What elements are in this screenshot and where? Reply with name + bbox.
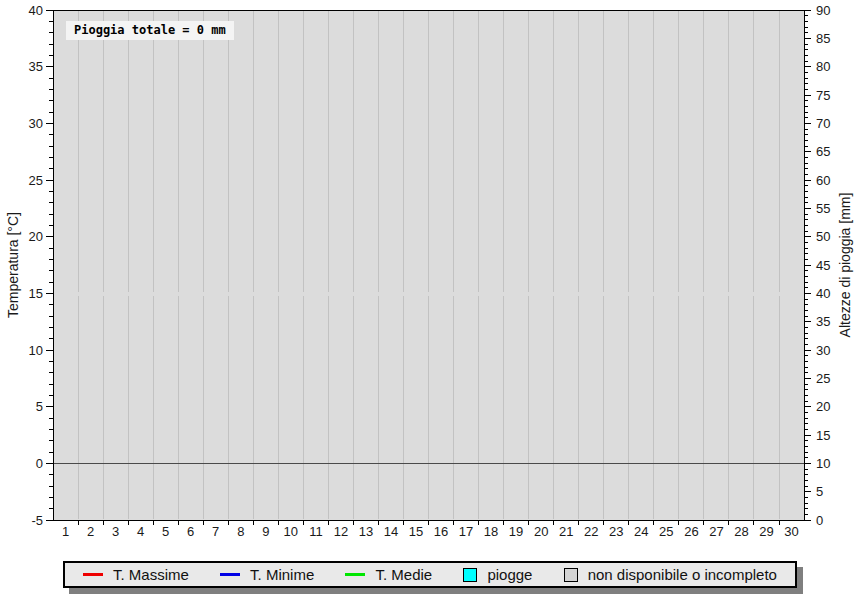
svg-text:8: 8 bbox=[237, 524, 244, 539]
non-disponibile-square-swatch bbox=[564, 568, 578, 582]
legend-label-t-medie: T. Medie bbox=[375, 566, 432, 583]
svg-text:30: 30 bbox=[816, 343, 830, 358]
svg-text:0: 0 bbox=[36, 456, 43, 471]
svg-text:0: 0 bbox=[816, 513, 823, 528]
svg-text:50: 50 bbox=[816, 229, 830, 244]
legend-label-t-massime: T. Massime bbox=[113, 566, 189, 583]
svg-text:20: 20 bbox=[29, 229, 43, 244]
svg-text:17: 17 bbox=[459, 524, 473, 539]
svg-text:80: 80 bbox=[816, 59, 830, 74]
right-axis-title: Altezze di pioggia [mm] bbox=[836, 10, 854, 520]
svg-text:13: 13 bbox=[359, 524, 373, 539]
svg-text:20: 20 bbox=[534, 524, 548, 539]
svg-text:4: 4 bbox=[137, 524, 144, 539]
svg-text:75: 75 bbox=[816, 88, 830, 103]
legend-item-t-massime: T. Massime bbox=[83, 566, 189, 583]
svg-text:55: 55 bbox=[816, 201, 830, 216]
svg-text:27: 27 bbox=[709, 524, 723, 539]
t-medie-line-swatch bbox=[345, 573, 365, 576]
svg-text:85: 85 bbox=[816, 31, 830, 46]
svg-text:11: 11 bbox=[309, 524, 323, 539]
svg-text:65: 65 bbox=[816, 144, 830, 159]
svg-text:14: 14 bbox=[384, 524, 398, 539]
svg-text:22: 22 bbox=[584, 524, 598, 539]
svg-text:3: 3 bbox=[112, 524, 119, 539]
svg-text:15: 15 bbox=[29, 286, 43, 301]
piogge-square-swatch bbox=[463, 568, 477, 582]
svg-text:18: 18 bbox=[484, 524, 498, 539]
svg-text:29: 29 bbox=[759, 524, 773, 539]
plot-area: -505101520253035400510152025303540455055… bbox=[0, 0, 865, 548]
svg-text:10: 10 bbox=[29, 343, 43, 358]
svg-text:16: 16 bbox=[434, 524, 448, 539]
svg-text:5: 5 bbox=[162, 524, 169, 539]
svg-text:2: 2 bbox=[87, 524, 94, 539]
svg-text:6: 6 bbox=[187, 524, 194, 539]
svg-text:19: 19 bbox=[509, 524, 523, 539]
legend-item-piogge: piogge bbox=[463, 566, 532, 583]
svg-text:25: 25 bbox=[816, 371, 830, 386]
svg-text:25: 25 bbox=[659, 524, 673, 539]
legend: T. Massime T. Minime T. Medie piogge non… bbox=[63, 561, 797, 588]
svg-text:26: 26 bbox=[684, 524, 698, 539]
left-axis-title: Temperatura [°C] bbox=[4, 10, 22, 520]
svg-text:40: 40 bbox=[29, 3, 43, 18]
svg-text:21: 21 bbox=[559, 524, 573, 539]
svg-text:10: 10 bbox=[816, 456, 830, 471]
svg-text:45: 45 bbox=[816, 258, 830, 273]
svg-text:35: 35 bbox=[816, 314, 830, 329]
svg-text:90: 90 bbox=[816, 3, 830, 18]
svg-text:25: 25 bbox=[29, 173, 43, 188]
rain-total-annotation: Pioggia totale = 0 mm bbox=[66, 21, 234, 40]
legend-label-non-disponibile: non disponibile o incompleto bbox=[588, 566, 777, 583]
svg-text:7: 7 bbox=[212, 524, 219, 539]
svg-text:15: 15 bbox=[409, 524, 423, 539]
svg-text:60: 60 bbox=[816, 173, 830, 188]
svg-text:30: 30 bbox=[784, 524, 798, 539]
svg-text:40: 40 bbox=[816, 286, 830, 301]
svg-text:-5: -5 bbox=[31, 513, 43, 528]
legend-label-t-minime: T. Minime bbox=[250, 566, 314, 583]
svg-text:20: 20 bbox=[816, 399, 830, 414]
svg-text:5: 5 bbox=[816, 484, 823, 499]
svg-text:24: 24 bbox=[634, 524, 648, 539]
svg-text:35: 35 bbox=[29, 59, 43, 74]
svg-text:28: 28 bbox=[734, 524, 748, 539]
svg-text:10: 10 bbox=[284, 524, 298, 539]
svg-text:23: 23 bbox=[609, 524, 623, 539]
weather-chart: -505101520253035400510152025303540455055… bbox=[0, 0, 865, 600]
t-minime-line-swatch bbox=[220, 573, 240, 576]
svg-text:15: 15 bbox=[816, 428, 830, 443]
legend-item-non-disponibile: non disponibile o incompleto bbox=[564, 566, 777, 583]
svg-text:12: 12 bbox=[334, 524, 348, 539]
svg-text:70: 70 bbox=[816, 116, 830, 131]
legend-item-t-medie: T. Medie bbox=[345, 566, 432, 583]
svg-text:1: 1 bbox=[62, 524, 69, 539]
legend-item-t-minime: T. Minime bbox=[220, 566, 314, 583]
svg-text:9: 9 bbox=[262, 524, 269, 539]
legend-label-piogge: piogge bbox=[487, 566, 532, 583]
svg-text:30: 30 bbox=[29, 116, 43, 131]
t-massime-line-swatch bbox=[83, 573, 103, 576]
svg-text:5: 5 bbox=[36, 399, 43, 414]
